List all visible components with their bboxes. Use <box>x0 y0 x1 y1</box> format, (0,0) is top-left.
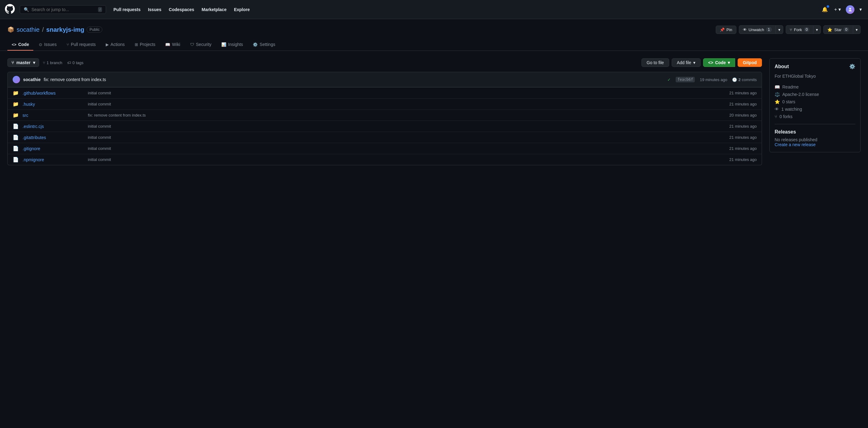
create-release-link[interactable]: Create a new release <box>775 142 815 147</box>
branch-selector-icon: ⑂ <box>11 60 14 65</box>
add-file-chevron: ▾ <box>693 60 695 65</box>
code-btn-icon: <> <box>708 60 713 65</box>
tag-label: tags <box>76 60 84 65</box>
tab-code[interactable]: <> Code <box>7 39 33 51</box>
branch-selector[interactable]: ⑂ master ▾ <box>7 58 39 67</box>
license-label: Apache-2.0 license <box>782 92 819 97</box>
star-dropdown[interactable]: ▾ <box>853 25 861 34</box>
codespaces-nav[interactable]: Codespaces <box>169 7 194 12</box>
pin-button[interactable]: 📌 Pin <box>716 26 736 34</box>
notifications-button[interactable]: 🔔 <box>820 5 829 13</box>
fork-button[interactable]: ⑂ Fork 0 <box>786 25 814 34</box>
forks-link[interactable]: ⑂ 0 forks <box>775 114 855 119</box>
commit-hash[interactable]: feacb6f <box>676 77 695 82</box>
table-row: 📄 .eslintrc.cjs initial commit 21 minute… <box>8 121 762 132</box>
add-file-group: Add file ▾ <box>672 58 701 67</box>
branch-selector-name: master <box>16 60 31 65</box>
file-name-link[interactable]: src <box>23 113 84 118</box>
readme-link[interactable]: 📖 Readme <box>775 85 855 89</box>
history-icon: 🕐 <box>732 78 737 82</box>
nav-links: Pull requests Issues Codespaces Marketpl… <box>114 7 250 12</box>
file-time: 20 minutes ago <box>729 113 757 118</box>
search-box[interactable]: 🔍 / <box>20 5 106 14</box>
file-commit-message: initial commit <box>88 146 725 151</box>
code-btn-label: Code <box>715 60 726 65</box>
visibility-badge: Public <box>87 27 102 33</box>
file-name-link[interactable]: .gitignore <box>23 146 84 151</box>
unwatch-dropdown[interactable]: ▾ <box>776 25 783 34</box>
star-label: Star <box>834 27 841 32</box>
security-tab-icon: 🛡 <box>190 42 194 47</box>
about-section: About ⚙️ For ETHGlobal Tokyo 📖 Readme ⚖️… <box>769 58 861 152</box>
issues-nav[interactable]: Issues <box>148 7 161 12</box>
about-links: 📖 Readme ⚖️ Apache-2.0 license ⭐ 0 stars… <box>775 85 855 119</box>
unwatch-button[interactable]: 👁 Unwatch 1 <box>739 25 776 34</box>
fork-dropdown[interactable]: ▾ <box>813 25 821 34</box>
explore-nav[interactable]: Explore <box>234 7 250 12</box>
commits-history-link[interactable]: 🕐 2 commits <box>732 78 757 82</box>
marketplace-nav[interactable]: Marketplace <box>202 7 226 12</box>
tab-actions-label: Actions <box>111 42 125 47</box>
add-file-button[interactable]: Add file ▾ <box>672 58 701 67</box>
branch-count-link[interactable]: ⑂ 1 branch <box>43 60 62 65</box>
file-time: 21 minutes ago <box>729 124 757 129</box>
folder-icon: 📁 <box>13 112 19 118</box>
about-divider <box>775 124 855 124</box>
file-browser: ⑂ master ▾ ⑂ 1 branch 🏷 0 tags Go to fil… <box>7 58 762 165</box>
insights-tab-icon: 📊 <box>221 42 226 47</box>
code-button[interactable]: <> Code ▾ <box>703 58 735 67</box>
license-icon: ⚖️ <box>775 92 780 97</box>
tab-actions[interactable]: ▶ Actions <box>101 39 129 51</box>
repo-header: 📦 socathie / snarkyjs-img Public 📌 Pin 👁… <box>0 19 868 34</box>
tab-insights[interactable]: 📊 Insights <box>217 39 247 51</box>
pull-requests-nav[interactable]: Pull requests <box>114 7 141 12</box>
repo-title: 📦 socathie / snarkyjs-img Public <box>7 26 102 33</box>
commit-right: ✓ feacb6f 19 minutes ago 🕐 2 commits <box>667 77 757 82</box>
table-row: 📁 src fix: remove content from index.ts … <box>8 110 762 121</box>
repo-name-link[interactable]: snarkyjs-img <box>46 26 84 33</box>
code-tab-icon: <> <box>12 42 16 47</box>
branch-meta: ⑂ 1 branch 🏷 0 tags <box>43 60 84 65</box>
file-time: 21 minutes ago <box>729 157 757 162</box>
file-commit-message: initial commit <box>88 124 725 129</box>
license-link[interactable]: ⚖️ Apache-2.0 license <box>775 92 855 97</box>
star-button[interactable]: ⭐ Star 0 <box>823 25 853 34</box>
fork-icon: ⑂ <box>790 27 792 32</box>
tab-code-label: Code <box>18 42 29 47</box>
file-name-link[interactable]: .husky <box>23 102 84 107</box>
tab-pull-requests[interactable]: ⑂ Pull requests <box>62 39 100 51</box>
repo-owner-link[interactable]: socathie <box>17 26 40 33</box>
watching-link[interactable]: 👁 1 watching <box>775 107 855 112</box>
tab-projects[interactable]: ⊞ Projects <box>130 39 160 51</box>
file-icon: 📄 <box>13 134 19 140</box>
tags-count-link[interactable]: 🏷 0 tags <box>67 60 84 65</box>
stars-link[interactable]: ⭐ 0 stars <box>775 99 855 104</box>
tab-issues[interactable]: ⊙ Issues <box>34 39 61 51</box>
file-commit-message: initial commit <box>88 157 725 162</box>
tab-settings[interactable]: ⚙️ Settings <box>248 39 280 51</box>
github-logo[interactable] <box>5 4 15 15</box>
table-row: 📁 .husky initial commit 21 minutes ago <box>8 98 762 110</box>
readme-icon: 📖 <box>775 85 780 89</box>
about-title: About <box>775 64 789 69</box>
user-avatar[interactable] <box>846 5 855 14</box>
file-name-link[interactable]: .npmignore <box>23 157 84 162</box>
issues-tab-icon: ⊙ <box>39 42 42 47</box>
file-commit-message: initial commit <box>88 102 725 106</box>
go-to-file-button[interactable]: Go to file <box>642 58 669 67</box>
gitpod-button[interactable]: Gitpod <box>738 58 762 67</box>
file-name-link[interactable]: .github/workflows <box>23 91 84 96</box>
avatar-dropdown[interactable]: ▾ <box>858 5 863 13</box>
tab-security[interactable]: 🛡 Security <box>186 39 216 51</box>
file-name-link[interactable]: .eslintrc.cjs <box>23 124 84 129</box>
unwatch-label: Unwatch <box>749 27 765 32</box>
branch-buttons: Go to file Add file ▾ <> Code ▾ Gitpod <box>642 58 762 67</box>
new-item-button[interactable]: + ▾ <box>833 5 842 13</box>
commit-author: socathie <box>23 77 41 82</box>
star-group: ⭐ Star 0 ▾ <box>823 25 861 34</box>
tab-wiki[interactable]: 📖 Wiki <box>161 39 184 51</box>
file-name-link[interactable]: .gitattributes <box>23 135 84 140</box>
tab-pr-label: Pull requests <box>71 42 96 47</box>
search-input[interactable] <box>31 7 96 12</box>
about-settings-icon[interactable]: ⚙️ <box>849 63 855 69</box>
